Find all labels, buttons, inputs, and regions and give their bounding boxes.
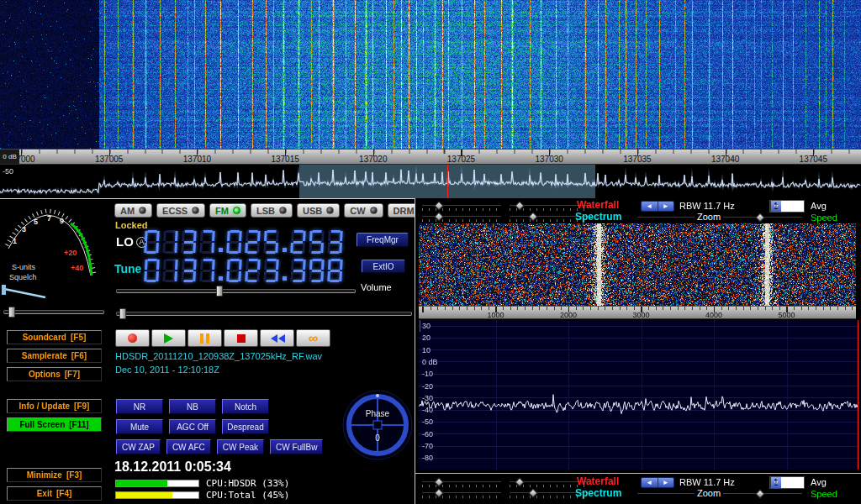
cpu-total-bar bbox=[115, 491, 199, 499]
cpu-total-fill bbox=[116, 492, 172, 498]
dropdown-value: 1 bbox=[770, 201, 779, 212]
audio-waterfall[interactable] bbox=[419, 223, 856, 306]
right-bottom-bar: WaterfallSpectrum◄►RBW 11.7 HzZoom1▼AvgS… bbox=[417, 475, 861, 501]
display-slider-2-bottom[interactable] bbox=[422, 489, 501, 499]
phase-value: 0 bbox=[375, 433, 380, 443]
ruler-label: 1000 bbox=[487, 311, 504, 319]
right-wf-ruler[interactable]: 10002000300040005000 bbox=[419, 306, 856, 319]
ruler-label: 137030 bbox=[536, 155, 563, 164]
dsp-button-nr[interactable]: NR bbox=[116, 399, 163, 414]
dsp-row: CW ZAPCW AFCCW PeakCW FullBw bbox=[116, 439, 323, 454]
dsp-button-nb[interactable]: NB bbox=[169, 399, 216, 414]
dropdown-value: 1 bbox=[770, 477, 779, 488]
right-panel: WaterfallSpectrum◄►RBW 11.7 HzZoom1▼AvgS… bbox=[415, 198, 861, 504]
slider-ticks bbox=[422, 496, 501, 498]
slider-ticks bbox=[422, 485, 501, 487]
cpu-hdsdr-fill bbox=[116, 480, 167, 486]
slider-thumb-icon[interactable] bbox=[755, 489, 764, 498]
avg-label-bottom: Avg bbox=[811, 477, 827, 487]
right-top-bar: WaterfallSpectrum◄►RBW 11.7 HzZoom1▼AvgS… bbox=[417, 199, 861, 224]
upper-spectrum-container[interactable]: -50 bbox=[0, 165, 861, 198]
speed-label-top: Speed bbox=[811, 213, 837, 223]
ruler-label: 137010 bbox=[183, 155, 211, 164]
rbw-label-top: RBW 11.7 Hz bbox=[679, 201, 735, 211]
shift-arrows-top[interactable]: ◄► bbox=[641, 201, 674, 212]
ruler-label: 137035 bbox=[623, 155, 651, 164]
phase-center bbox=[373, 421, 382, 429]
ruler-label: 4000 bbox=[705, 311, 722, 319]
dsp-button-notch[interactable]: Notch bbox=[222, 399, 269, 414]
shift-arrows-bottom[interactable]: ◄► bbox=[641, 477, 674, 488]
ruler-label: 137015 bbox=[271, 155, 298, 164]
cpu-hdsdr-label: CPU:HDSDR (33%) bbox=[206, 478, 289, 489]
audio-spectrum[interactable] bbox=[419, 320, 859, 470]
display-slider-2-top[interactable] bbox=[422, 213, 501, 223]
upper-spectrum-db-label: -50 bbox=[3, 167, 13, 176]
phase-indicator: Phase 0 bbox=[341, 389, 414, 461]
ruler-label: 137040 bbox=[711, 155, 739, 164]
db-label: 10 bbox=[422, 346, 430, 354]
spectrum-label-bottom[interactable]: Spectrum bbox=[575, 487, 621, 499]
ruler-label: 3000 bbox=[632, 311, 649, 319]
ruler-label: 2000 bbox=[560, 311, 577, 319]
dsp-button-cw-peak[interactable]: CW Peak bbox=[217, 439, 264, 454]
right-spectrum[interactable]: 3020100 dB-10-20-30-40-50-60-70-80 bbox=[419, 320, 859, 470]
dsp-button-cw-afc[interactable]: CW AFC bbox=[166, 439, 211, 454]
phase-label: Phase bbox=[366, 409, 390, 418]
arrow-left-icon[interactable]: ◄ bbox=[642, 478, 658, 487]
waterfall-label-top[interactable]: Waterfall bbox=[577, 199, 619, 211]
zoom-label-bottom: Zoom bbox=[695, 488, 723, 498]
dsp-button-mute[interactable]: Mute bbox=[116, 419, 163, 434]
db-label: -60 bbox=[422, 430, 433, 438]
upper-spectrum[interactable] bbox=[0, 165, 861, 198]
main-waterfall[interactable] bbox=[0, 0, 861, 149]
waterfall-label-bottom[interactable]: Waterfall bbox=[577, 475, 619, 487]
cpu-hdsdr-row: CPU:HDSDR (33%) bbox=[115, 478, 289, 489]
db-label: -50 bbox=[422, 417, 433, 426]
ruler-label: 137005 bbox=[95, 155, 123, 164]
dsp-button-cw-fullbw[interactable]: CW FullBw bbox=[270, 439, 323, 454]
ruler-label: 137045 bbox=[800, 155, 827, 164]
hdsdr-window: 0 dB 13700013700513701013701513702013702… bbox=[0, 0, 861, 504]
arrow-right-icon[interactable]: ► bbox=[658, 478, 674, 487]
ruler-corner-db-label: 0 dB bbox=[0, 150, 19, 164]
phase-top-dot bbox=[376, 394, 379, 397]
cpu-total-label: CPU:Total (45%) bbox=[206, 490, 289, 501]
rbw-label-bottom: RBW 11.7 Hz bbox=[679, 477, 735, 487]
display-slider-0-bottom[interactable] bbox=[422, 478, 501, 488]
avg-dropdown-top[interactable]: 1▼ bbox=[769, 200, 805, 213]
divider-line bbox=[415, 473, 861, 474]
datetime-display: 18.12.2011 0:05:34 bbox=[114, 459, 231, 475]
dsp-button-despread[interactable]: Despread bbox=[222, 419, 269, 434]
db-label: 0 dB bbox=[422, 358, 438, 366]
ruler-label: 5000 bbox=[778, 311, 795, 319]
arrow-right-icon[interactable]: ► bbox=[658, 202, 674, 211]
zoom-label-top: Zoom bbox=[695, 212, 723, 222]
slider-ticks bbox=[422, 208, 501, 211]
cpu-hdsdr-bar bbox=[115, 480, 199, 487]
db-label: -10 bbox=[422, 370, 433, 378]
top-ruler[interactable]: 0 dB 13700013700513701013701513702013702… bbox=[0, 149, 861, 165]
dsp-row: MuteAGC OffDespread bbox=[116, 419, 269, 434]
slider-ticks bbox=[422, 219, 501, 222]
avg-dropdown-bottom[interactable]: 1▼ bbox=[769, 476, 805, 489]
display-slider-0-top[interactable] bbox=[422, 202, 501, 212]
db-label: -20 bbox=[422, 382, 433, 391]
slider-thumb-icon[interactable] bbox=[755, 213, 764, 222]
db-label: 20 bbox=[422, 333, 430, 342]
db-label: -40 bbox=[422, 406, 433, 414]
dsp-button-agc-off[interactable]: AGC Off bbox=[169, 419, 216, 434]
ruler-label: 137020 bbox=[359, 155, 387, 164]
db-label: -80 bbox=[422, 454, 433, 462]
db-label: 30 bbox=[422, 322, 430, 330]
dsp-row: NRNBNotch bbox=[116, 399, 269, 414]
spectrum-label-top[interactable]: Spectrum bbox=[575, 211, 621, 223]
arrow-left-icon[interactable]: ◄ bbox=[642, 202, 658, 211]
dsp-button-cw-zap[interactable]: CW ZAP bbox=[116, 439, 161, 454]
speed-label-bottom: Speed bbox=[811, 489, 837, 499]
panel-divider bbox=[415, 198, 415, 504]
cpu-total-row: CPU:Total (45%) bbox=[115, 490, 289, 501]
ruler-label: 137025 bbox=[447, 155, 475, 164]
avg-label-top: Avg bbox=[811, 201, 827, 211]
db-label: -30 bbox=[422, 394, 433, 402]
